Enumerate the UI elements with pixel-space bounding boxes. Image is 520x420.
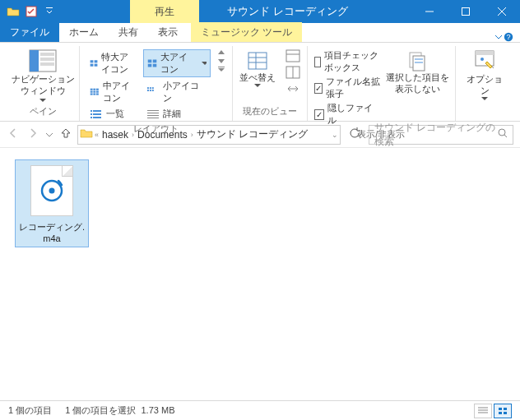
help-button[interactable]: ? (495, 32, 513, 42)
options-label: オプション (462, 74, 507, 97)
chevron-icon[interactable]: « (95, 131, 99, 139)
svg-rect-36 (91, 110, 92, 112)
audio-file-icon (30, 165, 73, 216)
forward-button[interactable] (26, 127, 39, 142)
layout-extra-large-label: 特大アイコン (101, 51, 135, 76)
address-dropdown-icon[interactable]: ⌄ (332, 131, 338, 139)
svg-rect-24 (91, 91, 93, 93)
sort-by-button[interactable]: 並べ替え (239, 49, 276, 87)
status-bar: 1 個の項目 1 個の項目を選択 1.73 MB (0, 400, 520, 420)
svg-rect-12 (40, 62, 54, 66)
view-mode-icons[interactable] (494, 404, 512, 418)
layout-small[interactable]: 小アイコン (143, 79, 210, 105)
checkbox-extensions[interactable]: ✓ファイル名拡張子 (314, 76, 381, 100)
tab-home[interactable]: ホーム (59, 22, 109, 42)
chevron-right-icon[interactable]: › (191, 131, 193, 139)
navigation-pane-button[interactable]: ナビゲーション ウィンドウ (13, 49, 72, 102)
options-button[interactable]: オプション (462, 49, 507, 100)
sort-icon (245, 49, 270, 72)
tab-view[interactable]: 表示 (148, 22, 188, 42)
tab-music-tools[interactable]: ミュージック ツール (191, 22, 302, 42)
up-button[interactable] (59, 127, 72, 142)
svg-rect-71 (499, 412, 502, 414)
layout-details[interactable]: 詳細 (143, 107, 210, 121)
svg-text:?: ? (506, 33, 510, 41)
maximize-button[interactable] (448, 0, 484, 23)
navigation-pane-icon (29, 49, 57, 72)
svg-rect-11 (40, 58, 54, 61)
fit-columns-icon[interactable] (286, 82, 300, 95)
svg-rect-15 (91, 64, 94, 67)
status-selected: 1 個の項目を選択 1.73 MB (65, 404, 174, 417)
refresh-button[interactable] (346, 127, 364, 141)
svg-rect-45 (147, 118, 159, 118)
qat-dropdown-icon[interactable] (43, 5, 56, 18)
svg-point-61 (481, 58, 484, 61)
svg-rect-9 (30, 50, 39, 72)
search-icon (498, 128, 508, 141)
hide-selected-button[interactable]: 選択した項目を 表示しない (386, 49, 448, 95)
view-mode-details[interactable] (474, 404, 492, 418)
checkbox-hidden-files[interactable]: ✓隠しファイル (314, 102, 381, 127)
hide-selected-icon (405, 49, 429, 72)
properties-icon[interactable] (25, 5, 38, 18)
add-columns-icon[interactable] (286, 66, 300, 79)
layout-details-label: 詳細 (163, 108, 181, 120)
close-button[interactable] (484, 0, 520, 23)
layout-list[interactable]: 一覧 (86, 107, 138, 121)
crumb-folder[interactable]: サウンド レコーディング (195, 127, 309, 141)
svg-rect-31 (150, 87, 151, 89)
back-button[interactable] (7, 127, 20, 142)
layout-small-label: 小アイコン (163, 80, 207, 104)
folder-icon (7, 5, 20, 18)
svg-rect-46 (218, 67, 225, 67)
group-current-view: 並べ替え 現在のビュー (233, 46, 308, 121)
ribbon: ナビゲーション ウィンドウ ペイン 特大アイコン 大アイコン 中アイコン 小アイ… (0, 43, 520, 122)
layout-extra-large[interactable]: 特大アイコン (86, 49, 138, 77)
layout-scroll-down-icon[interactable] (217, 58, 225, 64)
layout-list-label: 一覧 (106, 108, 124, 120)
sort-by-label: 並べ替え (239, 72, 276, 84)
svg-point-65 (49, 188, 55, 194)
svg-rect-72 (504, 412, 507, 414)
checkbox-item-check-label: 項目チェック ボックス (324, 49, 381, 74)
tab-file[interactable]: ファイル (0, 22, 59, 42)
svg-rect-43 (147, 113, 159, 113)
svg-rect-26 (96, 91, 99, 93)
svg-rect-39 (93, 113, 101, 115)
svg-rect-33 (147, 90, 149, 91)
svg-rect-29 (96, 93, 99, 95)
options-icon (472, 49, 497, 74)
context-tab-play[interactable]: 再生 (130, 0, 199, 23)
group-pane: ナビゲーション ウィンドウ ペイン (7, 46, 80, 121)
address-bar[interactable]: « hasek › Documents › サウンド レコーディング ⌄ (77, 125, 341, 145)
svg-rect-34 (150, 90, 151, 91)
layout-large[interactable]: 大アイコン (143, 49, 210, 77)
layout-scroll-up-icon[interactable] (217, 49, 225, 56)
crumb-user[interactable]: hasek (100, 129, 130, 141)
recent-dropdown[interactable] (46, 129, 53, 141)
content-area[interactable]: レコーディング.m4a (0, 148, 520, 395)
file-item[interactable]: レコーディング.m4a (15, 159, 89, 247)
group-options: オプション (456, 46, 513, 121)
svg-rect-41 (93, 117, 101, 118)
svg-rect-14 (95, 60, 98, 62)
checkbox-item-check[interactable]: 項目チェック ボックス (314, 49, 381, 74)
address-bar-row: « hasek › Documents › サウンド レコーディング ⌄ サウン… (0, 122, 520, 148)
svg-rect-13 (91, 60, 94, 62)
search-box[interactable]: サウンド レコーディングの検索 (369, 125, 513, 145)
crumb-documents[interactable]: Documents (136, 129, 189, 141)
svg-rect-44 (147, 115, 159, 116)
chevron-down-icon (481, 97, 488, 100)
group-pane-label: ペイン (30, 104, 57, 121)
svg-rect-19 (148, 64, 152, 67)
tab-share[interactable]: 共有 (109, 22, 148, 42)
minimize-button[interactable] (411, 0, 448, 23)
layout-expand-icon[interactable] (217, 66, 225, 72)
svg-rect-25 (93, 91, 95, 93)
title-bar: 再生 サウンド レコーディング (0, 0, 520, 23)
group-by-icon[interactable] (286, 49, 300, 62)
chevron-right-icon[interactable]: › (132, 131, 134, 139)
svg-rect-30 (147, 87, 149, 89)
layout-medium[interactable]: 中アイコン (86, 79, 138, 105)
